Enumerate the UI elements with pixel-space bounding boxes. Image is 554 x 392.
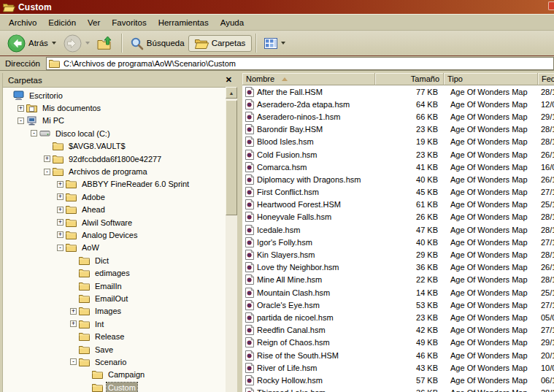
tree-item-custom[interactable]: Custom [3,381,226,392]
collapse-toggle-icon[interactable]: - [44,169,50,175]
file-row[interactable]: Oracle's Eye.hsm53 KBAge Of Wonders Map2… [242,299,554,311]
file-size: 19 KB [375,137,444,146]
file-row[interactable]: Icedale.hsm47 KBAge Of Wonders Map28/1 [242,223,554,236]
up-button[interactable] [93,34,118,52]
expand-toggle-icon[interactable]: + [44,155,50,162]
search-button[interactable]: Búsqueda [126,35,188,52]
collapse-toggle-icon[interactable]: - [70,358,77,365]
computer-icon [26,115,38,126]
tree-item-images[interactable]: +Images [3,305,226,318]
tree-item-escritorio[interactable]: Escritorio [3,89,226,101]
tree-item-dict[interactable]: Dict [3,254,226,266]
tree-item-mis-documentos[interactable]: +Mis documentos [3,101,226,114]
pane-splitter[interactable] [237,71,242,392]
expand-toggle-icon[interactable]: + [70,308,77,315]
tree-scrollbar[interactable]: ▲ [226,87,237,392]
tree-item-abbyy-finereader-6-0-sprint[interactable]: +ABBYY FineReader 6.0 Sprint [3,178,226,191]
menu-item-archivo[interactable]: Archivo [3,16,42,29]
forward-button[interactable] [60,33,93,54]
tree-item-alwil-software[interactable]: +Alwil Software [3,216,226,228]
file-name: Rise of the South.HSM [257,351,339,360]
close-panel-button[interactable]: ✕ [226,76,232,84]
expand-toggle-icon[interactable]: + [18,105,24,112]
back-dropdown-caret[interactable] [52,42,56,45]
tree-item-release[interactable]: Release [3,330,226,342]
file-row[interactable]: Diplomacy with Dragons.hsm40 KBAge Of Wo… [242,173,554,185]
tree-item-aow[interactable]: -AoW [3,242,226,254]
column-header-type[interactable]: Tipo [444,73,538,85]
file-row[interactable]: Kin Slayers.hsm29 KBAge Of Wonders Map28… [242,248,554,261]
tree-item-save[interactable]: Save [3,343,226,356]
views-dropdown-caret[interactable] [281,42,285,45]
scroll-up-button[interactable]: ▲ [226,87,237,99]
file-row[interactable]: River of Life.hsm43 KBAge Of Wonders Map… [242,361,554,374]
folders-button[interactable]: Carpetas [188,35,253,52]
expand-toggle-icon[interactable]: + [57,193,64,200]
tree-item-disco-local-c[interactable]: -Disco local (C:) [3,127,226,139]
collapse-toggle-icon[interactable]: - [57,245,64,251]
expand-toggle-icon[interactable]: + [70,320,77,327]
tree-item-campaign[interactable]: Campaign [3,369,226,381]
menu-item-herramientas[interactable]: Herramientas [153,16,215,29]
file-row[interactable]: Mountain Clash.hsm14 KBAge Of Wonders Ma… [242,286,554,299]
tree-item-92dfccbdda6f1800e42277[interactable]: +92dfccbdda6f1800e42277 [3,153,226,165]
tree-item-scenario[interactable]: -Scenario [3,356,226,368]
file-row[interactable]: Rise of the South.HSM46 KBAge Of Wonders… [242,349,554,361]
tree-item-archivos-de-programa[interactable]: -Archivos de programa [3,165,226,177]
file-row[interactable]: Mine All Mine.hsm22 KBAge Of Wonders Map… [242,274,554,286]
file-row[interactable]: First Conflict.hsm45 KBAge Of Wonders Ma… [242,186,554,199]
tree-item-avg8-vault[interactable]: $AVG8.VAULT$ [3,140,226,153]
file-row[interactable]: After the Fall.HSM77 KBAge Of Wonders Ma… [242,85,554,98]
expand-toggle-icon[interactable]: + [57,231,64,238]
tree-item-int[interactable]: +Int [3,318,226,330]
tree-item-label: Analog Devices [80,230,139,240]
menu-item-ayuda[interactable]: Ayuda [215,16,250,29]
file-row[interactable]: Reign of Chaos.hsm49 KBAge Of Wonders Ma… [242,337,554,349]
tree-item-adobe[interactable]: +Adobe [3,191,226,203]
tree-item-label: Mi PC [41,115,66,126]
file-row[interactable]: Love thy Neighbor.hsm36 KBAge Of Wonders… [242,261,554,274]
tree-item-emailin[interactable]: EmailIn [3,280,226,292]
collapse-toggle-icon[interactable]: - [18,118,24,124]
column-header-date[interactable]: Fecha [538,73,554,85]
scroll-thumb[interactable] [226,100,237,215]
expand-toggle-icon[interactable]: + [57,207,64,213]
file-row[interactable]: Cold Fusion.hsm23 KBAge Of Wonders Map26… [242,148,554,161]
menu-item-ver[interactable]: Ver [82,16,106,29]
back-button[interactable]: Atrás [4,33,60,54]
address-input[interactable]: C:\Archivos de programa\AoW\Scenario\Cus… [46,57,554,70]
file-row[interactable]: Aseradero-ninos-1.hsm66 KBAge Of Wonders… [242,110,554,123]
column-header-size[interactable]: Tamaño [375,73,444,85]
file-type: Age Of Wonders Map [444,326,538,334]
file-row[interactable]: Rocky Hollow.hsm57 KBAge Of Wonders Map0… [242,374,554,386]
aow-map-file-icon [245,137,254,147]
file-row[interactable]: Reedfin Canal.hsm42 KBAge Of Wonders Map… [242,324,554,337]
file-date: 16/0 [538,163,554,172]
file-row[interactable]: Barondir Bay.HSM23 KBAge Of Wonders Map2… [242,123,554,136]
file-row[interactable]: Igor's Folly.hsm40 KBAge Of Wonders Map2… [242,236,554,248]
close-button[interactable] [548,1,554,10]
file-row[interactable]: Thinreed Lake.hsm36 KBAge Of Wonders Map… [242,387,554,392]
file-row[interactable]: Honeyvale Falls.hsm26 KBAge Of Wonders M… [242,211,554,223]
file-name: Icedale.hsm [257,226,300,234]
tree-item-analog-devices[interactable]: +Analog Devices [3,228,226,241]
file-row[interactable]: Aseradero-2da etapa.hsm64 KBAge Of Wonde… [242,98,554,110]
file-row[interactable]: partida de nicoel.hsm23 KBAge Of Wonders… [242,311,554,323]
column-header-name[interactable]: Nombre [242,73,375,85]
tree-item-ahead[interactable]: +Ahead [3,204,226,216]
tree-item-mi-pc[interactable]: -Mi PC [3,115,226,127]
expand-toggle-icon[interactable]: + [57,181,64,188]
file-size: 23 KB [375,313,444,322]
expand-toggle-icon[interactable]: + [57,219,64,226]
menu-item-favoritos[interactable]: Favoritos [106,16,152,29]
file-row[interactable]: Comarca.hsm41 KBAge Of Wonders Map16/0 [242,161,554,173]
forward-dropdown-caret[interactable] [85,42,90,45]
collapse-toggle-icon[interactable]: - [31,130,37,137]
tree-item-edimages[interactable]: edimages [3,266,226,279]
file-row[interactable]: Heartwood Forest.HSM61 KBAge Of Wonders … [242,199,554,211]
file-size: 23 KB [375,125,444,134]
tree-item-emailout[interactable]: EmailOut [3,292,226,304]
menu-item-edici-n[interactable]: Edición [42,16,82,29]
views-button[interactable] [261,36,289,50]
file-row[interactable]: Blood Isles.hsm19 KBAge Of Wonders Map28… [242,136,554,148]
